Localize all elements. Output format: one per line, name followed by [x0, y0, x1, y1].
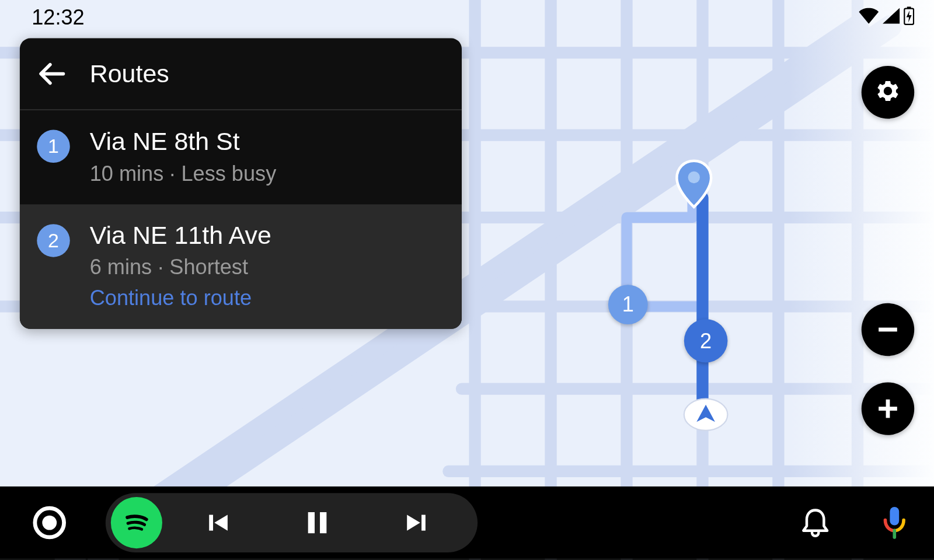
gear-icon: [874, 79, 901, 106]
route-2-action[interactable]: Continue to route: [90, 286, 271, 310]
route-badge-2: 2: [37, 224, 70, 257]
svg-rect-20: [886, 400, 890, 418]
routes-header: Routes: [20, 38, 462, 110]
spotify-button[interactable]: [111, 497, 162, 548]
wifi-icon: [859, 8, 879, 24]
battery-charging-icon: [904, 6, 914, 25]
route-2-name: Via NE 11th Ave: [90, 220, 271, 251]
circle-target-icon: [32, 505, 67, 541]
map-route-marker-1-label: 1: [622, 292, 634, 317]
minus-icon: [874, 316, 901, 342]
cell-signal-icon: [883, 8, 900, 24]
voice-assistant-button[interactable]: [855, 506, 934, 540]
notifications-button[interactable]: [776, 508, 855, 538]
routes-panel: Routes 1 Via NE 8th St 10 mins · Less bu…: [20, 38, 462, 329]
bottom-nav-bar: [0, 487, 934, 559]
map-route-marker-1[interactable]: 1: [608, 285, 648, 324]
media-controls-pill: [106, 493, 478, 552]
microphone-icon: [882, 506, 907, 540]
zoom-in-button[interactable]: [862, 382, 914, 435]
app-launcher-button[interactable]: [0, 505, 99, 541]
route-badge-2-num: 2: [48, 229, 59, 251]
svg-rect-26: [421, 515, 426, 531]
svg-rect-25: [320, 512, 326, 533]
next-track-button[interactable]: [374, 508, 459, 537]
svg-rect-18: [879, 328, 897, 332]
svg-rect-23: [209, 515, 213, 531]
pause-icon: [304, 508, 330, 537]
settings-button[interactable]: [862, 66, 914, 118]
svg-point-14: [688, 172, 700, 183]
svg-rect-24: [308, 512, 315, 533]
route-badge-1-num: 1: [48, 135, 59, 158]
spotify-icon: [120, 506, 154, 540]
skip-next-icon: [402, 508, 431, 537]
skip-previous-icon: [204, 508, 233, 537]
svg-rect-27: [890, 507, 899, 526]
route-badge-1: 1: [37, 130, 70, 163]
bell-icon: [801, 508, 829, 538]
arrow-left-icon: [37, 59, 67, 89]
back-button[interactable]: [37, 59, 67, 89]
route-option-2[interactable]: 2 Via NE 11th Ave 6 mins · Shortest Cont…: [20, 204, 462, 329]
route-1-subtitle: 10 mins · Less busy: [90, 161, 277, 186]
status-bar: 12:32: [0, 0, 934, 32]
svg-rect-17: [907, 6, 911, 8]
zoom-out-button[interactable]: [862, 303, 914, 356]
previous-track-button[interactable]: [176, 508, 262, 537]
status-clock: 12:32: [32, 5, 84, 30]
route-2-subtitle: 6 mins · Shortest: [90, 255, 271, 279]
routes-title: Routes: [90, 60, 169, 88]
route-option-1[interactable]: 1 Via NE 8th St 10 mins · Less busy: [20, 110, 462, 204]
plus-icon: [874, 396, 901, 422]
map-route-marker-2[interactable]: 2: [684, 319, 728, 363]
svg-point-22: [42, 516, 57, 530]
pause-button[interactable]: [274, 508, 360, 537]
map-route-marker-2-label: 2: [700, 328, 712, 353]
route-1-name: Via NE 8th St: [90, 126, 277, 158]
